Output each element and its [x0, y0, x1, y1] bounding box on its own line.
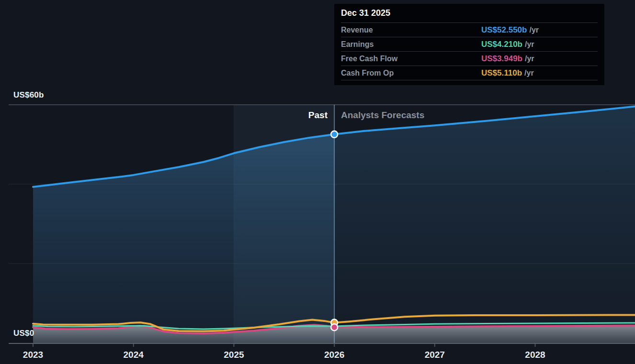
x-axis-label-2025: 2025 — [211, 350, 257, 360]
forecast-chart[interactable]: US$60b US$0 Past Analysts Forecasts 2023… — [0, 0, 635, 364]
hover-marker-revenue[interactable] — [331, 131, 338, 138]
x-axis-label-2023: 2023 — [10, 350, 56, 360]
tooltip-date: Dec 31 2025 — [341, 4, 598, 22]
tooltip-unit: /yr — [529, 26, 539, 34]
hover-marker-free-cash-flow[interactable] — [331, 324, 338, 331]
tooltip-row-earnings: Earnings US$4.210b/yr — [341, 37, 598, 51]
x-axis-label-2028: 2028 — [512, 350, 558, 360]
revenue-area-forecast — [334, 106, 635, 343]
tooltip-label: Cash From Op — [341, 69, 394, 77]
tooltip-row-cash-from-op: Cash From Op US$5.110b/yr — [341, 66, 598, 80]
tooltip-value: US$52.550b/yr — [481, 25, 539, 35]
tooltip-row-free-cash-flow: Free Cash Flow US$3.949b/yr — [341, 51, 598, 66]
tooltip-unit: /yr — [524, 69, 534, 77]
tooltip-label: Earnings — [341, 40, 374, 49]
tooltip-value: US$5.110b/yr — [481, 68, 534, 78]
tooltip-unit: /yr — [525, 55, 534, 63]
tooltip-value: US$4.210b/yr — [481, 40, 534, 49]
x-axis-label-2027: 2027 — [412, 350, 458, 360]
tooltip-unit: /yr — [525, 40, 534, 48]
tooltip-row-revenue: Revenue US$52.550b/yr — [341, 22, 598, 37]
tooltip-label: Free Cash Flow — [341, 55, 397, 63]
x-axis-label-2024: 2024 — [111, 350, 157, 360]
chart-tooltip: Dec 31 2025 Revenue US$52.550b/yr Earnin… — [334, 4, 604, 85]
x-axis-label-2026: 2026 — [311, 350, 357, 360]
tooltip-label: Revenue — [341, 26, 373, 34]
tooltip-value: US$3.949b/yr — [481, 54, 534, 64]
